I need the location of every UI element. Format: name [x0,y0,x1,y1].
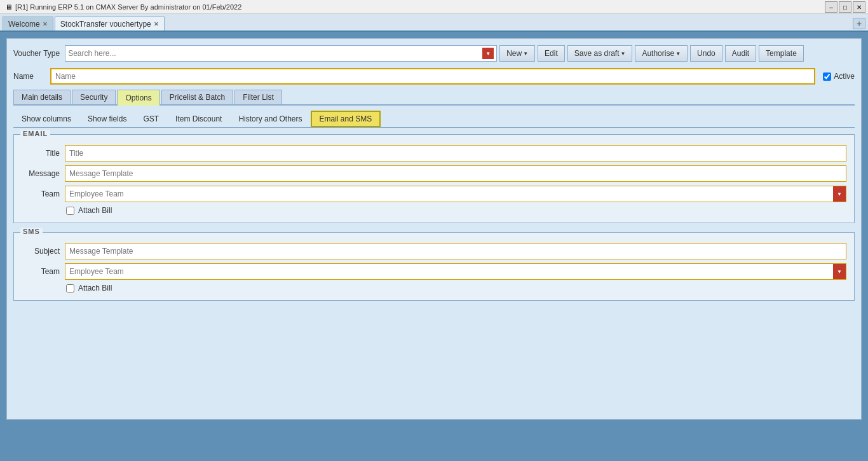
email-message-row: Message [22,165,846,182]
new-button[interactable]: New ▼ [499,45,535,62]
minimize-button[interactable]: – [825,1,837,13]
sms-team-row: Team ▼ [22,263,846,280]
active-checkbox[interactable] [823,72,831,81]
main-tabs-row: Main details Security Options Pricelist … [13,90,855,106]
audit-button[interactable]: Audit [725,45,756,62]
email-section-title: EMAIL [20,130,50,137]
email-team-row: Team ▼ [22,186,846,202]
search-input[interactable] [68,49,482,58]
search-wrap: ▼ [65,45,497,62]
authorise-arrow[interactable]: ▼ [675,51,681,57]
email-attach-label: Attach Bill [78,206,112,215]
email-section: EMAIL Title Message Team ▼ [13,134,855,223]
tab-stocktransfer-close[interactable]: ✕ [154,21,159,27]
search-dropdown-arrow[interactable]: ▼ [482,48,494,59]
sms-team-input[interactable] [65,267,833,276]
tab-bar: Welcome ✕ StockTransfer vouchertype ✕ + [0,14,868,32]
subtab-show-fields[interactable]: Show fields [79,111,135,127]
save-draft-arrow[interactable]: ▼ [621,51,626,57]
window-title: [R1] Running ERP 5.1 on CMAX Server By a… [15,3,863,11]
email-message-label: Message [22,169,60,178]
sms-subject-row: Subject [22,243,846,259]
sms-attach-bill-row: Attach Bill [66,284,846,292]
tab-welcome[interactable]: Welcome ✕ [3,17,53,31]
template-button[interactable]: Template [759,45,804,62]
subtabs-row: Show columns Show fields GST Item Discou… [13,111,855,128]
email-message-input[interactable] [65,165,846,182]
sms-attach-label: Attach Bill [78,284,112,292]
email-team-label: Team [22,189,60,198]
subtab-show-columns[interactable]: Show columns [13,111,79,127]
form-container: Voucher Type ▼ New ▼ Edit Save as draft … [6,38,862,420]
email-title-row: Title [22,145,846,162]
sms-team-dropdown[interactable]: ▼ [833,264,846,279]
sms-section: SMS Subject Team ▼ Attach Bill [13,232,855,301]
close-button[interactable]: ✕ [853,1,865,13]
tab-stocktransfer-label: StockTransfer vouchertype [60,20,151,29]
save-as-draft-button[interactable]: Save as draft ▼ [567,45,633,62]
tab-main-details[interactable]: Main details [13,90,71,104]
tab-security[interactable]: Security [72,90,116,104]
sms-attach-checkbox[interactable] [66,284,74,292]
title-bar: 🖥 [R1] Running ERP 5.1 on CMAX Server By… [0,0,868,14]
tab-welcome-label: Welcome [8,20,40,29]
tab-add-button[interactable]: + [853,18,865,29]
subtab-item-discount[interactable]: Item Discount [167,111,230,127]
sms-section-title: SMS [20,228,43,235]
tab-stocktransfer[interactable]: StockTransfer vouchertype ✕ [55,17,165,31]
email-team-wrap: ▼ [65,186,846,202]
sms-team-label: Team [22,267,60,276]
name-label: Name [13,72,45,81]
tab-welcome-close[interactable]: ✕ [43,21,48,27]
subtab-gst[interactable]: GST [135,111,167,127]
email-team-dropdown[interactable]: ▼ [833,186,846,202]
email-attach-checkbox[interactable] [66,207,74,215]
sms-team-wrap: ▼ [65,263,846,280]
subtab-history-others[interactable]: History and Others [230,111,310,127]
sms-subject-input[interactable] [65,243,846,259]
edit-button[interactable]: Edit [538,45,565,62]
subtab-email-sms[interactable]: Email and SMS [311,111,381,127]
tab-options[interactable]: Options [117,90,159,106]
tab-filter-list[interactable]: Filter List [234,90,282,104]
undo-button[interactable]: Undo [690,45,722,62]
authorise-button[interactable]: Authorise ▼ [635,45,688,62]
email-team-input[interactable] [65,189,833,198]
sms-subject-label: Subject [22,247,60,256]
email-title-label: Title [22,149,60,158]
name-input[interactable] [50,68,815,85]
tab-pricelist-batch[interactable]: Pricelist & Batch [161,90,233,104]
new-arrow[interactable]: ▼ [523,51,528,57]
toolbar: Voucher Type ▼ New ▼ Edit Save as draft … [13,45,855,62]
maximize-button[interactable]: □ [839,1,851,13]
active-label: Active [834,72,855,81]
email-title-input[interactable] [65,145,846,162]
voucher-type-label: Voucher Type [13,49,60,58]
name-row: Name Active [13,68,855,85]
email-attach-bill-row: Attach Bill [66,206,846,215]
title-icon: 🖥 [5,3,12,11]
main-area: Voucher Type ▼ New ▼ Edit Save as draft … [0,32,868,461]
active-checkbox-wrap: Active [823,72,855,81]
